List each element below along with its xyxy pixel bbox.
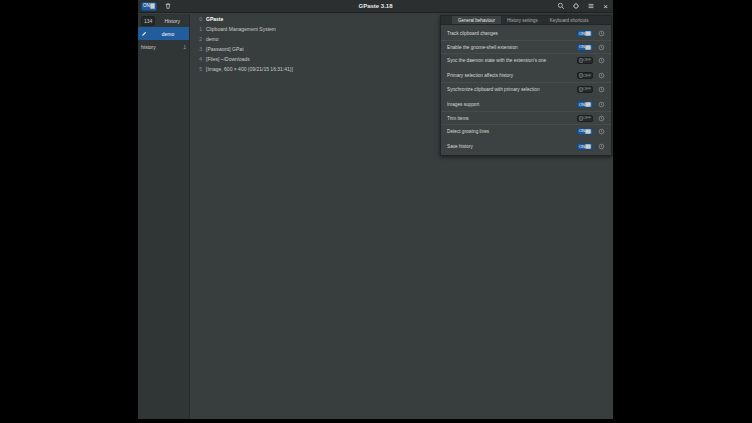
setting-row: Trim items OFF xyxy=(441,111,611,124)
setting-row: Sync the daemon state with the extension… xyxy=(441,53,611,66)
reset-button[interactable] xyxy=(597,127,605,135)
item-text: Clipboard Management System xyxy=(206,26,276,32)
settings-group-primary: Primary selection affects history OFF Sy… xyxy=(441,69,611,95)
headerbar-left: ON xyxy=(141,2,172,11)
daemon-toggle-handle xyxy=(150,3,155,9)
setting-label: Detect growing lines xyxy=(447,129,573,134)
item-count-badge: 134 xyxy=(141,16,155,26)
tab-general-behaviour[interactable]: General behaviour xyxy=(452,16,501,24)
history-item-count: 1 xyxy=(183,44,186,50)
histories-title: History xyxy=(158,18,186,24)
setting-label: Sync the daemon state with the extension… xyxy=(447,58,573,63)
item-index: 0 xyxy=(198,16,202,22)
reset-icon xyxy=(598,72,605,79)
history-item-demo[interactable]: demo xyxy=(138,27,189,40)
setting-label: Enable the gnome-shell extension xyxy=(447,45,573,50)
reset-button[interactable] xyxy=(597,101,605,109)
item-index: 1 xyxy=(198,26,202,32)
item-text: GPaste xyxy=(206,16,223,22)
menu-icon xyxy=(587,2,595,10)
setting-toggle[interactable]: ON xyxy=(577,128,593,135)
setting-toggle[interactable]: ON xyxy=(577,30,593,37)
reset-icon xyxy=(598,115,605,122)
setting-toggle[interactable]: ON xyxy=(577,101,593,108)
reset-button[interactable] xyxy=(597,85,605,93)
item-index: 5 xyxy=(198,66,202,72)
setting-label: Save history xyxy=(447,144,573,149)
reset-button[interactable] xyxy=(597,114,605,122)
item-text: [Password] GPat xyxy=(206,46,244,52)
setting-toggle[interactable]: OFF xyxy=(577,86,593,93)
headerbar-right: × xyxy=(556,2,610,11)
settings-group-clipboard: Track clipboard changes ON Enable the gn… xyxy=(441,27,611,66)
settings-tabs: General behaviour History settings Keybo… xyxy=(441,16,611,25)
edit-history-icon xyxy=(141,31,147,37)
item-text: [Files] ~/Downloads xyxy=(206,56,250,62)
setting-toggle[interactable]: OFF xyxy=(577,72,593,79)
search-icon xyxy=(557,2,565,10)
history-name: demo xyxy=(150,31,186,37)
item-index: 3 xyxy=(198,46,202,52)
reset-button[interactable] xyxy=(597,43,605,51)
tab-history-settings[interactable]: History settings xyxy=(501,16,544,24)
close-button[interactable]: × xyxy=(601,2,610,11)
item-text: [Image, 600 × 400 (09/21/15 16:31:41)] xyxy=(206,66,293,72)
menu-button[interactable] xyxy=(586,2,595,11)
reset-icon xyxy=(598,143,605,150)
setting-row: Enable the gnome-shell extension ON xyxy=(441,40,611,53)
item-index: 4 xyxy=(198,56,202,62)
reset-icon xyxy=(598,30,605,37)
reset-button[interactable] xyxy=(597,143,605,151)
settings-groups: Track clipboard changes ON Enable the gn… xyxy=(441,25,611,155)
settings-button[interactable] xyxy=(571,2,580,11)
setting-toggle[interactable]: ON xyxy=(577,143,593,150)
history-header-row: 134 History xyxy=(138,14,189,27)
item-index: 2 xyxy=(198,36,202,42)
settings-group-content: Images support ON Trim items OFF xyxy=(441,98,611,137)
reset-button[interactable] xyxy=(597,30,605,38)
setting-toggle[interactable]: OFF xyxy=(577,57,593,64)
reset-icon xyxy=(598,44,605,51)
setting-row: Synchronize clipboard with primary selec… xyxy=(441,82,611,95)
item-text: demo xyxy=(206,36,219,42)
history-name: history xyxy=(141,44,156,50)
setting-label: Trim items xyxy=(447,116,573,121)
daemon-toggle[interactable]: ON xyxy=(141,2,157,11)
setting-row: Detect growing lines ON xyxy=(441,124,611,137)
history-item-history[interactable]: history 1 xyxy=(138,40,189,53)
daemon-toggle-label: ON xyxy=(143,4,150,9)
gpaste-window: ON GPaste 3.18 xyxy=(138,0,613,419)
setting-label: Synchronize clipboard with primary selec… xyxy=(447,87,573,92)
reset-icon xyxy=(598,101,605,108)
window-title: GPaste 3.18 xyxy=(138,3,613,9)
setting-label: Primary selection affects history xyxy=(447,73,573,78)
setting-toggle[interactable]: ON xyxy=(577,44,593,51)
setting-label: Track clipboard changes xyxy=(447,31,573,36)
setting-row: Save history ON xyxy=(441,140,611,153)
empty-history-button[interactable] xyxy=(163,2,172,11)
reset-icon xyxy=(598,128,605,135)
reset-icon xyxy=(598,57,605,64)
settings-panel: General behaviour History settings Keybo… xyxy=(440,15,612,156)
setting-toggle[interactable]: OFF xyxy=(577,115,593,122)
setting-row: Primary selection affects history OFF xyxy=(441,69,611,82)
search-button[interactable] xyxy=(556,2,565,11)
setting-row: Track clipboard changes ON xyxy=(441,27,611,40)
trash-icon xyxy=(164,2,172,10)
close-icon: × xyxy=(603,2,608,11)
headerbar: ON GPaste 3.18 xyxy=(138,0,613,13)
setting-label: Images support xyxy=(447,102,573,107)
desktop: ON GPaste 3.18 xyxy=(0,0,752,423)
settings-group-saving: Save history ON xyxy=(441,140,611,153)
reset-icon xyxy=(598,86,605,93)
gear-icon xyxy=(572,2,580,10)
history-sidebar: 134 History demo history 1 xyxy=(138,14,190,419)
reset-button[interactable] xyxy=(597,56,605,64)
reset-button[interactable] xyxy=(597,72,605,80)
setting-row: Images support ON xyxy=(441,98,611,111)
tab-keyboard-shortcuts[interactable]: Keyboard shortcuts xyxy=(544,16,595,24)
